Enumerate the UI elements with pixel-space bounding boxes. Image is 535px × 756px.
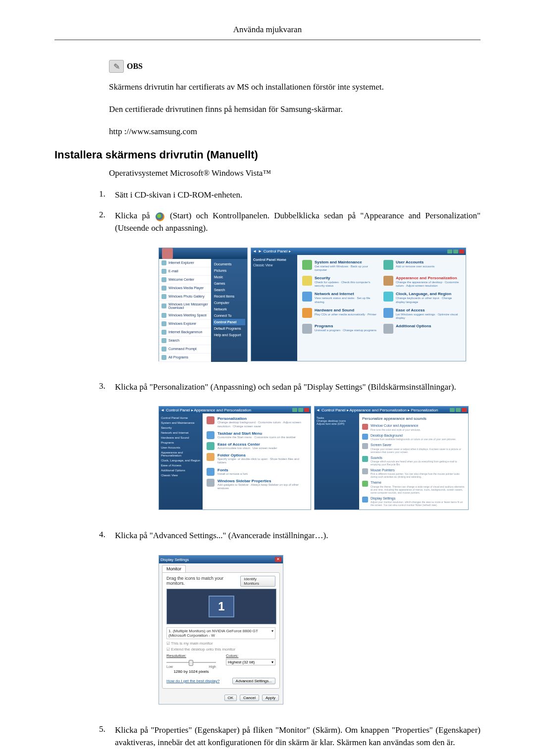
user-avatar: [162, 248, 173, 259]
start-menu-right-item[interactable]: Music: [213, 274, 245, 280]
colors-label: Colors:: [226, 654, 275, 658]
cpl-category-appearance[interactable]: Appearance and PersonalizationChange the…: [381, 274, 463, 290]
breadcrumb[interactable]: Control Panel ▸: [264, 249, 291, 253]
start-menu-item[interactable]: Windows Meeting Space: [159, 311, 211, 320]
back-icon[interactable]: ◄: [253, 249, 257, 253]
appearance-item[interactable]: Taskbar and Start MenuCustomize the Star…: [207, 431, 307, 439]
breadcrumb[interactable]: Control Panel ▸ Appearance and Personali…: [321, 408, 438, 412]
cpl-category[interactable]: Hardware and SoundPlay CDs or other medi…: [300, 306, 381, 322]
side-item[interactable]: System and Maintenance: [161, 421, 201, 424]
chevron-down-icon: ▾: [271, 629, 273, 638]
side-item[interactable]: Classic View: [161, 474, 201, 477]
appearance-item[interactable]: Ease of Access CenterAccommodate low vis…: [207, 442, 307, 450]
help-link[interactable]: How do I get the best display?: [166, 679, 219, 683]
start-menu-item[interactable]: E-mail: [159, 267, 211, 276]
colors-select[interactable]: Highest (32 bit)▾: [226, 659, 275, 665]
personalization-item[interactable]: Desktop BackgroundChoose from available …: [362, 434, 465, 441]
extend-desktop-checkbox[interactable]: ☑ Extend the desktop onto this monitor: [166, 647, 275, 652]
start-menu-right-item[interactable]: Default Programs: [213, 325, 245, 332]
side-item[interactable]: Control Panel Home: [161, 416, 201, 419]
cpl-category[interactable]: SecurityCheck for updates · Check this c…: [300, 274, 381, 290]
side-item[interactable]: Network and Internet: [161, 431, 201, 434]
tab-monitor[interactable]: Monitor: [162, 565, 186, 572]
all-programs-item[interactable]: All Programs: [159, 353, 211, 362]
advanced-settings-button[interactable]: Advanced Settings...: [232, 678, 275, 684]
item-icon: [207, 479, 214, 487]
ok-button[interactable]: OK: [224, 695, 237, 701]
window-controls[interactable]: [292, 408, 309, 412]
window-controls[interactable]: [450, 408, 467, 412]
side-item[interactable]: Appearance and Personalization: [161, 451, 201, 457]
start-menu-right-item[interactable]: Pictures: [213, 267, 245, 274]
back-icon[interactable]: ◄: [160, 408, 164, 412]
start-menu-right-item[interactable]: Computer: [213, 300, 245, 306]
start-menu-item[interactable]: Command Prompt: [159, 345, 211, 353]
start-menu-item[interactable]: Windows Media Player: [159, 284, 211, 293]
start-menu-item[interactable]: Internet Explorer: [159, 259, 211, 267]
monitor-icon[interactable]: 1: [209, 596, 234, 617]
back-icon[interactable]: ◄: [316, 408, 320, 412]
start-menu-right-item[interactable]: Games: [213, 280, 245, 287]
item-icon: [362, 443, 368, 449]
category-icon: [302, 276, 312, 286]
personalization-item-display-settings[interactable]: Display SettingsAdjust your monitor reso…: [362, 497, 465, 506]
side-item[interactable]: Hardware and Sound: [161, 436, 201, 439]
breadcrumb[interactable]: Control Panel ▸ Appearance and Personali…: [166, 408, 251, 412]
resolution-slider[interactable]: [166, 661, 216, 664]
cpl-category[interactable]: Clock, Language, and RegionChange keyboa…: [381, 290, 463, 305]
side-item[interactable]: Security: [161, 426, 201, 429]
personalization-item[interactable]: Window Color and AppearanceFine tune the…: [362, 424, 465, 431]
start-menu-right-item[interactable]: Network: [213, 306, 245, 312]
personalization-item[interactable]: ThemeChange the theme. Themes can change…: [362, 481, 465, 494]
start-menu-right-item[interactable]: Help and Support: [213, 332, 245, 338]
appearance-item[interactable]: FontsInstall or remove a font: [207, 468, 307, 476]
cpl-category[interactable]: System and MaintenanceGet started with W…: [300, 258, 381, 274]
personalization-item[interactable]: SoundsChange which sounds are heard when…: [362, 456, 465, 466]
close-icon[interactable]: ✕: [275, 557, 281, 562]
category-icon: [383, 292, 393, 302]
main-monitor-checkbox[interactable]: ☑ This is my main monitor: [166, 641, 275, 646]
appearance-item-personalization[interactable]: PersonalizationChange desktop background…: [207, 416, 307, 428]
side-item[interactable]: Programs: [161, 441, 201, 444]
item-icon: [207, 468, 214, 476]
appearance-item[interactable]: Windows Sidebar PropertiesAdd gadgets to…: [207, 479, 307, 490]
cpl-category[interactable]: User AccountsAdd or remove user accounts: [381, 258, 463, 274]
item-icon: [207, 416, 214, 424]
monitor-preview-area[interactable]: 1: [166, 589, 276, 624]
start-menu-item[interactable]: Search: [159, 337, 211, 345]
start-menu-item[interactable]: Welcome Center: [159, 276, 211, 284]
start-menu-right-item[interactable]: Search: [213, 287, 245, 293]
start-menu-right-item[interactable]: Documents: [213, 261, 245, 267]
personalization-item[interactable]: Screen SaverChange your screen saver or …: [362, 443, 465, 453]
top-rule: [54, 40, 481, 40]
start-menu-item[interactable]: Windows Live Messenger Download: [159, 301, 211, 311]
side-link[interactable]: Adjust font size (DPI): [317, 422, 357, 425]
category-icon: [383, 324, 393, 334]
start-menu-right-item[interactable]: Recent Items: [213, 293, 245, 300]
window-controls[interactable]: [447, 250, 464, 253]
start-menu-control-panel[interactable]: Control Panel: [213, 319, 245, 325]
start-menu-item[interactable]: Windows Photo Gallery: [159, 293, 211, 301]
start-menu-item[interactable]: Internet Backgammon: [159, 328, 211, 337]
step-4: 4. Klicka på "Advanced Settings..." (Ava…: [99, 530, 481, 542]
monitor-select[interactable]: 1. (Multiple Monitors) on NVIDIA GeForce…: [166, 627, 275, 639]
cpl-category[interactable]: Network and InternetView network status …: [300, 290, 381, 305]
classic-view-link[interactable]: Classic View: [253, 263, 295, 267]
side-item[interactable]: User Accounts: [161, 446, 201, 449]
side-item[interactable]: Clock, Language, and Region: [161, 459, 201, 462]
appearance-item[interactable]: Folder OptionsSpecify single- or double-…: [207, 453, 307, 464]
side-item[interactable]: Ease of Access: [161, 464, 201, 467]
start-menu-item[interactable]: Windows Explorer: [159, 320, 211, 328]
cpl-category[interactable]: Ease of AccessLet Windows suggest settin…: [381, 306, 463, 322]
cancel-button[interactable]: Cancel: [240, 695, 259, 701]
cpl-category[interactable]: ProgramsUninstall a program · Change sta…: [300, 322, 381, 336]
side-item[interactable]: Additional Options: [161, 469, 201, 472]
cpl-category[interactable]: Additional Options: [381, 322, 463, 336]
forward-icon[interactable]: ►: [258, 249, 262, 253]
start-menu-right-item[interactable]: Connect To: [213, 312, 245, 319]
item-icon: [362, 456, 368, 462]
personalization-item[interactable]: Mouse PointersPick a different mouse poi…: [362, 468, 465, 478]
item-icon: [362, 481, 368, 487]
identify-monitors-button[interactable]: Identify Monitors: [240, 576, 275, 587]
apply-button[interactable]: Apply: [262, 695, 279, 701]
